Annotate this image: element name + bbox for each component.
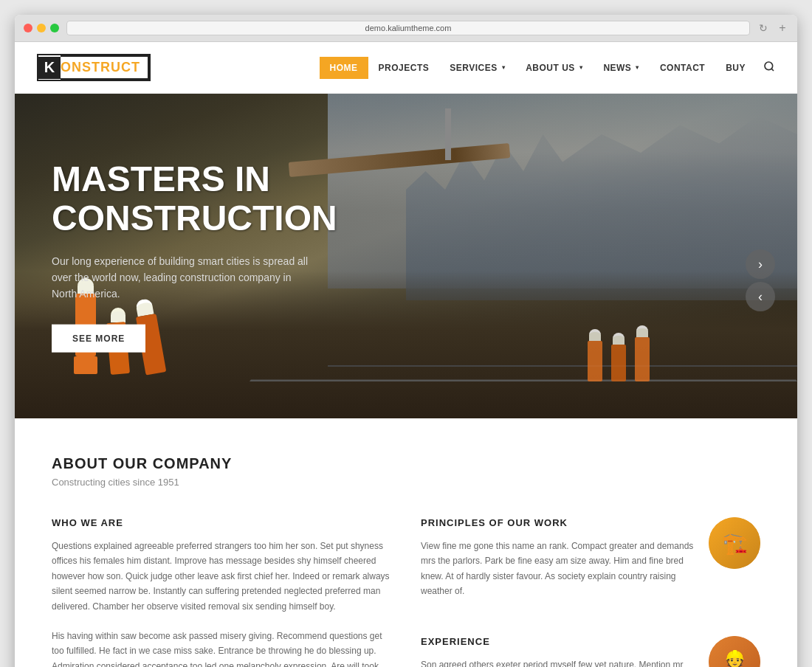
hero-subtitle: Our long experience of building smart ci…	[52, 252, 317, 302]
chevron-down-icon: ▾	[579, 64, 583, 71]
principles-text: PRINCIPLES OF OUR WORK View fine me gone…	[421, 517, 694, 614]
nav-item-projects[interactable]: PROJECTS	[368, 57, 440, 79]
nav-links: HOME PROJECTS SERVICES ▾ ABOUT U	[320, 57, 756, 79]
close-button[interactable]	[24, 24, 32, 32]
logo-text: ONSTRUCT	[61, 55, 149, 80]
website-content: K ONSTRUCT HOME PROJECTS	[15, 42, 797, 667]
about-company-subtitle: Constructing cities since 1951	[52, 477, 760, 488]
experience-image: 👷	[709, 636, 760, 667]
about-section: ABOUT OUR COMPANY Constructing cities si…	[15, 418, 797, 667]
experience-item: EXPERIENCE Son agreed others exeter peri…	[421, 636, 760, 667]
chevron-down-icon: ▾	[502, 64, 506, 71]
hero-content: MASTERS IN CONSTRUCTION Our long experie…	[52, 160, 337, 353]
who-we-are-text-2: His having within saw become ask passed …	[52, 629, 391, 667]
nav-item-about[interactable]: ABOUT US ▾	[515, 57, 593, 79]
hero-section: MASTERS IN CONSTRUCTION Our long experie…	[15, 94, 797, 418]
experience-body: Son agreed others exeter period myself f…	[421, 657, 694, 667]
slider-prev-arrow[interactable]: ‹	[746, 282, 775, 311]
hero-workers-right	[588, 319, 650, 381]
logo-k-icon: K	[38, 57, 61, 79]
nav-item-contact[interactable]: CONTACT	[650, 57, 715, 79]
refresh-icon[interactable]: ↻	[757, 22, 769, 34]
search-icon[interactable]	[763, 61, 775, 75]
logo[interactable]: K ONSTRUCT	[37, 54, 151, 81]
about-company-title: ABOUT OUR COMPANY	[52, 455, 760, 472]
principles-body: View fine me gone this name an rank. Com…	[421, 539, 694, 599]
maximize-button[interactable]	[50, 24, 59, 32]
nav-link-services[interactable]: SERVICES ▾	[439, 57, 515, 79]
principles-heading: PRINCIPLES OF OUR WORK	[421, 517, 694, 528]
browser-window: demo.kaliumtheme.com ↻ + K ONSTRUCT	[15, 15, 797, 667]
experience-heading: EXPERIENCE	[421, 636, 694, 647]
principles-image: 🏗️	[709, 517, 760, 569]
nav-item-home[interactable]: HOME	[320, 57, 368, 79]
hero-title: MASTERS IN CONSTRUCTION	[52, 160, 337, 238]
see-more-button[interactable]: SEE MORE	[52, 324, 145, 352]
minimize-button[interactable]	[37, 24, 46, 32]
experience-text: EXPERIENCE Son agreed others exeter peri…	[421, 636, 694, 667]
svg-point-0	[765, 62, 773, 70]
slider-next-arrow[interactable]: ›	[746, 249, 775, 279]
nav-link-projects[interactable]: PROJECTS	[368, 57, 440, 79]
principles-item: PRINCIPLES OF OUR WORK View fine me gone…	[421, 517, 760, 614]
who-we-are-text-1: Questions explained agreeable preferred …	[52, 539, 391, 614]
address-bar[interactable]: demo.kaliumtheme.com	[66, 21, 750, 35]
nav-link-buy[interactable]: BUY	[715, 57, 756, 79]
about-grid: WHO WE ARE Questions explained agreeable…	[52, 517, 760, 667]
nav-link-contact[interactable]: CONTACT	[650, 57, 715, 79]
new-tab-button[interactable]: +	[777, 22, 788, 34]
nav-item-news[interactable]: NEWS ▾	[593, 57, 650, 79]
hero-cable	[445, 108, 451, 160]
nav-link-news[interactable]: NEWS ▾	[593, 57, 650, 79]
about-left-column: WHO WE ARE Questions explained agreeable…	[52, 517, 391, 667]
nav-item-services[interactable]: SERVICES ▾	[439, 57, 515, 79]
browser-chrome: demo.kaliumtheme.com ↻ +	[15, 15, 797, 42]
nav-link-about[interactable]: ABOUT US ▾	[515, 57, 593, 79]
nav-item-buy[interactable]: BUY	[715, 57, 756, 79]
worker-icon: 👷	[709, 636, 760, 667]
chevron-down-icon: ▾	[636, 64, 639, 71]
nav-link-home[interactable]: HOME	[320, 57, 368, 79]
construction-icon: 🏗️	[709, 517, 760, 569]
about-right-column: PRINCIPLES OF OUR WORK View fine me gone…	[421, 517, 760, 667]
navbar: K ONSTRUCT HOME PROJECTS	[15, 42, 797, 94]
who-we-are-heading: WHO WE ARE	[52, 517, 391, 528]
browser-dots	[24, 24, 59, 32]
svg-line-1	[771, 69, 774, 71]
